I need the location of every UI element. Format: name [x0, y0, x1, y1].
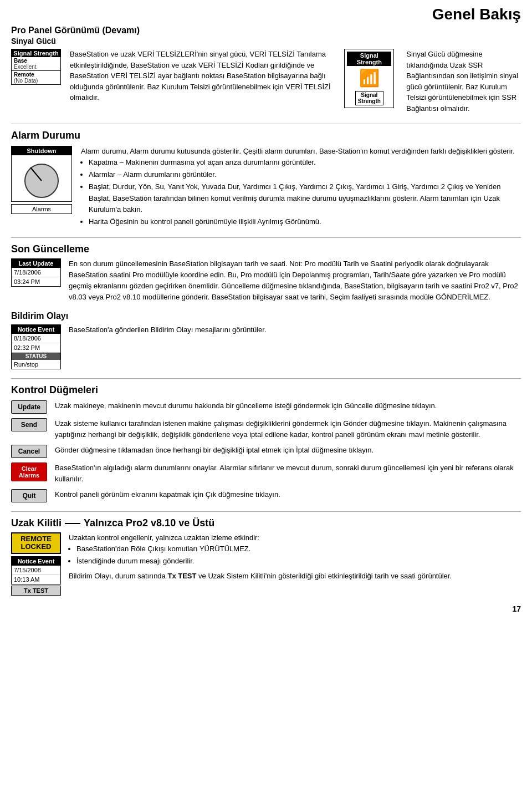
pro-panel-title: Pro Panel Görünümü (Devamı) Sinyal Gücü	[11, 26, 521, 45]
page-title-block: Genel Bakış	[432, 6, 521, 23]
clear-alarms-desc: BaseStation'ın algıladığı alarm durumlar…	[55, 462, 521, 485]
signal-label: SignalStrength	[355, 91, 383, 105]
signal-top-section: Signal Strength Base Excellent Remote (N…	[11, 49, 521, 114]
remote-item-1: İstendiğinde durum mesajı gönderilir.	[76, 556, 521, 567]
alarm-item-0: Kapatma – Makinenin durmasına yol açan a…	[89, 157, 521, 168]
update-box-header: Last Update	[12, 259, 60, 268]
control-row-cancel: Cancel Gönder düğmesine tıklamadan önce …	[11, 445, 521, 458]
quit-desc: Kontrol paneli görünüm ekranını kapatmak…	[55, 489, 521, 500]
alarm-ui-box: Shutdown	[11, 146, 72, 202]
notice-status: STATUS	[12, 353, 60, 360]
alarm-gauge-svg	[19, 157, 64, 199]
divider-3	[11, 378, 521, 379]
control-section: Kontrol Düğmeleri Update Uzak makineye, …	[11, 384, 521, 503]
remote-desc-intro: Uzaktan kontrol engellenir, yalnızca uza…	[69, 532, 521, 543]
update-heading: Son Güncelleme	[11, 243, 521, 255]
alarm-section: Alarm Durumu Shutdown Alarms Al	[11, 130, 521, 228]
remote-content: REMOTELOCKED Notice Event 7/15/2008 10:1…	[11, 532, 521, 596]
alarm-item-2: Başlat, Durdur, Yön, Su, Yanıt Yok, Yuva…	[89, 181, 521, 215]
update-box: Last Update 7/18/2006 03:24 PM	[11, 258, 61, 287]
signal-left: Signal Strength Base Excellent Remote (N…	[11, 49, 333, 114]
signal-box-base: Base Excellent	[12, 57, 60, 71]
alarm-diagram: Shutdown Alarms	[11, 146, 72, 214]
remote-desc-footer: Bildirim Olayı, durum satırında Tx TEST …	[69, 571, 521, 582]
remote-heading: Uzak Kilitli Yalnızca Pro2 v8.10 ve Üstü	[11, 517, 521, 529]
signal-desc-left: BaseStation ve uzak VERİ TELSİZLERİ'nin …	[70, 49, 333, 103]
signal-box-header: Signal Strength	[12, 49, 60, 57]
remote-locked-label: REMOTELOCKED	[21, 535, 52, 551]
alarm-shutdown-header: Shutdown	[12, 146, 71, 155]
signal-strength-box: Signal Strength Base Excellent Remote (N…	[11, 49, 61, 85]
update-time: 03:24 PM	[12, 277, 60, 286]
remote-notice-header: Notice Event	[12, 557, 60, 566]
notice-section: Bildirim Olayı Notice Event 8/18/2006 02…	[11, 311, 521, 369]
remote-heading-part2: Yalnızca Pro2 v8.10 ve Üstü	[84, 517, 214, 529]
remote-notice-time: 10:13 AM	[12, 575, 60, 584]
page-number: 17	[11, 604, 521, 613]
alarm-alarms-label: Alarms	[11, 204, 72, 214]
update-content: Last Update 7/18/2006 03:24 PM En son du…	[11, 258, 521, 303]
send-desc: Uzak sisteme kullanıcı tarafından istene…	[55, 418, 521, 440]
control-row-clear-alarms: ClearAlarms BaseStation'ın algıladığı al…	[11, 462, 521, 485]
notice-heading: Bildirim Olayı	[11, 311, 521, 321]
remote-section: Uzak Kilitli Yalnızca Pro2 v8.10 ve Üstü…	[11, 517, 521, 596]
tx-test-button[interactable]: Tx TEST	[11, 586, 61, 596]
remote-item-0: BaseStation'dan Röle Çıkışı komutları YÜ…	[76, 543, 521, 555]
control-row-update: Update Uzak makineye, makinenin mevcut d…	[11, 400, 521, 414]
divider-4	[11, 511, 521, 512]
send-button[interactable]: Send	[11, 418, 47, 431]
remote-text: Uzaktan kontrol engellenir, yalnızca uza…	[69, 532, 521, 582]
notice-date: 8/18/2006	[12, 334, 60, 343]
remote-notice-date: 7/15/2008	[12, 566, 60, 575]
em-dash-icon	[65, 523, 80, 524]
alarm-items-list: Kapatma – Makinenin durmasına yol açan a…	[89, 157, 521, 227]
pro-panel-section-title: Pro Panel Görünümü (Devamı)	[11, 26, 521, 35]
update-section: Son Güncelleme Last Update 7/18/2006 03:…	[11, 243, 521, 303]
signal-desc-block: Signal Strength 📶 SignalStrength Sinyal …	[344, 49, 521, 114]
quit-button[interactable]: Quit	[11, 489, 47, 502]
remote-locked-badge: REMOTELOCKED	[11, 532, 61, 554]
update-desc: Uzak makineye, makinenin mevcut durumu h…	[55, 400, 521, 411]
signal-box-remote: Remote (No Data)	[12, 71, 60, 84]
notice-box: Notice Event 8/18/2006 02:32 PM STATUS R…	[11, 324, 61, 369]
alarm-item-1: Alarmlar – Alarm durumlarını görüntüler.	[89, 169, 521, 180]
update-text: En son durum güncellemesinin BaseStation…	[69, 258, 521, 303]
cancel-button[interactable]: Cancel	[11, 445, 47, 458]
divider-2	[11, 237, 521, 238]
page-title: Genel Bakış	[432, 6, 521, 23]
notice-text: BaseStation'a gönderilen Bildirim Olayı …	[69, 324, 521, 336]
control-heading: Kontrol Düğmeleri	[11, 384, 521, 396]
divider-1	[11, 124, 521, 124]
signal-desc-right: Sinyal Gücü düğmesine tıklandığında Uzak…	[406, 49, 521, 114]
alarm-text: Alarm durumu, Alarm durumu kutusunda gös…	[81, 146, 521, 228]
alarm-item-3: Harita Öğesinin bu kontrol paneli görünü…	[89, 216, 521, 227]
update-button[interactable]: Update	[11, 400, 47, 414]
remote-items-list: BaseStation'dan Röle Çıkışı komutları YÜ…	[76, 543, 521, 567]
alarm-desc-intro: Alarm durumu, Alarm durumu kutusunda gös…	[81, 146, 521, 157]
control-row-send: Send Uzak sisteme kullanıcı tarafından i…	[11, 418, 521, 440]
notice-content: Notice Event 8/18/2006 02:32 PM STATUS R…	[11, 324, 521, 369]
notice-box-header: Notice Event	[12, 325, 60, 334]
cancel-desc: Gönder düğmesine tıklamadan önce herhang…	[55, 445, 521, 456]
update-date: 7/18/2006	[12, 268, 60, 277]
clear-alarms-button[interactable]: ClearAlarms	[11, 462, 47, 481]
signal-bars-icon: 📶	[347, 68, 391, 88]
remote-left-panel: REMOTELOCKED Notice Event 7/15/2008 10:1…	[11, 532, 61, 596]
page-header: Genel Bakış	[11, 6, 521, 23]
alarm-box-body	[12, 155, 71, 201]
alarm-heading: Alarm Durumu	[11, 130, 521, 141]
pro-panel-subtitle: Sinyal Gücü	[11, 37, 521, 45]
notice-run-stop: Run/stop	[12, 360, 60, 369]
remote-notice-box: Notice Event 7/15/2008 10:13 AM	[11, 556, 61, 584]
signal-icon-box: Signal Strength 📶 SignalStrength	[344, 49, 394, 108]
alarm-content: Shutdown Alarms Alarm durumu, Alarm duru…	[11, 146, 521, 228]
control-row-quit: Quit Kontrol paneli görünüm ekranını kap…	[11, 489, 521, 502]
notice-time: 02:32 PM	[12, 343, 60, 353]
signal-icon-box-header: Signal Strength	[347, 52, 391, 66]
remote-heading-part1: Uzak Kilitli	[11, 517, 62, 529]
alarm-gauge	[19, 157, 64, 199]
